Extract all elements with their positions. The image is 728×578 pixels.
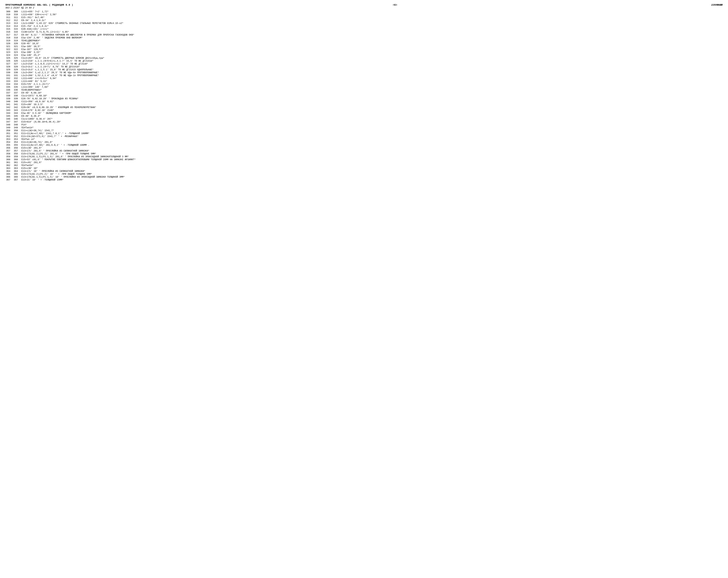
table-row: 318318E1w-134' 2,40' ' ЗАДЕЛКА ПРОЕМОВ О… — [5, 36, 723, 39]
col-text: C114=176' 0,02.10' 2140* — [21, 109, 723, 112]
col-num2: 350 — [13, 129, 21, 132]
table-row: 348348P14* — [5, 124, 723, 126]
table-row: 365365E15=173(A1.2)(P1.2)' 10' ' + -ПРИ … — [5, 173, 723, 176]
col-text: L1c2=218' c,1.0,8.(12+c+c+2)' 14,2' ТО Ж… — [21, 62, 723, 65]
col-num1: 321 — [5, 45, 13, 48]
table-row: 364364E13=17c' 10' ' ПРОСЛОЙКА ИЗ СИЛИКА… — [5, 170, 723, 173]
col-num2: 351 — [13, 132, 21, 135]
table-row: 367367E13=21' 10' ' + -ТОЛЩИНОЙ 15ММ* — [5, 179, 723, 181]
table-row: 354354E11=2(A2=38,74)' 281,6* — [5, 141, 723, 144]
table-row: 311311E15-/01/' 6c7,46* — [5, 16, 723, 19]
table-row: 340340C111=356' c0,9.10' 0,61* — [5, 100, 723, 103]
table-row: 319319П2#Б)ДВЕРНЫЕ#* — [5, 39, 723, 42]
table-row: 337337E9-49' 0,68.10* — [5, 91, 723, 95]
col-num2: 324 — [13, 54, 21, 57]
main-table: 309309L111=435' 7+2' 1,72*310310L111=436… — [5, 10, 723, 181]
col-num2: 330 — [13, 71, 21, 74]
col-num2: 355 — [13, 144, 21, 147]
col-num2: 320 — [13, 42, 21, 45]
col-num1: 325 — [5, 57, 13, 60]
table-row: 349349П2#Тип1#* — [5, 126, 723, 129]
table-row: 342342E26=38' c0,9.0,06.10.29' ' ИЗОЛЯЦИ… — [5, 106, 723, 109]
col-num2: 364 — [13, 170, 21, 173]
table-row: 316316C130=1474' 0,71.0,75.(2+1+2)' 4,95… — [5, 31, 723, 33]
col-text: E11=13c(A2=371,6)' 1541,7' ' + -МОЗАИЧНЫ… — [21, 135, 723, 138]
table-row: 322322E1w-107' 129,57* — [5, 48, 723, 51]
col-num1: 355 — [5, 144, 13, 147]
col-text: C1c2=267' 16,8' 24,9' СТОИМОСТЬ ДВЕРНЫХ … — [21, 57, 723, 60]
table-row: 336336П2#В)ВОРОТНЫЕ#* — [5, 89, 723, 91]
col-text: L111=448' 61' 5,11* — [21, 80, 723, 83]
table-row: 310310L111=436' 136+c+c+1' 2,56* — [5, 13, 723, 16]
col-num2: 312 — [13, 19, 21, 22]
table-row: 324324E1w-140' 25,2* — [5, 54, 723, 57]
col-num1: 344 — [5, 112, 13, 115]
col-num1: 361 — [5, 161, 13, 164]
col-num1: 334 — [5, 83, 13, 86]
col-text: E9-49' 0,36.4* — [21, 115, 723, 117]
col-text: E1w-46' 3.3.10' ' ОБЛИЦОВКА КАРТОНОМ* — [21, 112, 723, 115]
col-text: L111=436' 136+c+c+1' 2,56* — [21, 13, 723, 16]
col-text: C1c1=1969' 0,36.4' 287* — [21, 117, 723, 121]
col-num1: 352 — [5, 135, 13, 138]
col-text: П2#В)ВОРОТНЫЕ#* — [21, 89, 723, 91]
col-num1: 315 — [5, 28, 13, 31]
col-text: П2#Тип с#* — [21, 138, 723, 141]
col-num2: 356 — [13, 147, 21, 150]
col-num2: 314 — [13, 25, 21, 28]
col-num2: 315 — [13, 28, 21, 31]
table-row: 345345E9-49' 0,36.4* — [5, 115, 723, 117]
col-num1: 330 — [5, 71, 13, 74]
col-num1: 363 — [5, 167, 13, 170]
header-subtitle: 903-1-25287 ЯД 24 КН 2 — [5, 7, 73, 9]
col-num1: 350 — [5, 129, 13, 132]
table-row: 332332L111=446' c+c+5+5+c' 6,94* — [5, 77, 723, 80]
table-row: 330330L1c2=264' 1,u2.2,1.2' 28,3' ТО ЖЕ … — [5, 71, 723, 74]
col-text: E1w-105' 10,5* — [21, 45, 723, 48]
col-text: П2#Б)ДВЕРНЫЕ#* — [21, 39, 723, 42]
col-text: C1c2=2c3' c,1.1,5.1' 15,8' ТО ЖЕ ДГ21Х15… — [21, 68, 723, 71]
col-num2: 359 — [13, 155, 21, 158]
col-num2: 335 — [13, 86, 21, 89]
col-num2: 309 — [13, 10, 21, 13]
col-num1: 346 — [5, 117, 13, 121]
col-num2: 339 — [13, 97, 21, 100]
col-num2: 322 — [13, 48, 21, 51]
col-num1: 349 — [5, 126, 13, 129]
table-row: 339339E26-70' 0,02.10.29' ' ПРОКЛАДКА ИЗ… — [5, 97, 723, 100]
col-num2: 325 — [13, 57, 21, 60]
table-row: 325325C1c2=267' 16,8' 24,9' СТОИМОСТЬ ДВ… — [5, 57, 723, 60]
table-row: 326326L1c2=219' c,1.1.(9+5+6)+c,4.1.7' 1… — [5, 60, 723, 62]
col-text: E6-84' 0,11' ' УСТАНОВКА КАРКАЛА ИЗ ШВЕЛ… — [21, 33, 723, 36]
col-text: C1c1=1971' 0,68.10* — [21, 95, 723, 97]
table-row: 331331L1c2=266' 1,52.2,1.4' c8,6' ТО ЖЕ … — [5, 74, 723, 77]
col-num2: 329 — [13, 68, 21, 71]
table-row: 344344E1w-46' 3.3.10' ' ОБЛИЦОВКА КАРТОН… — [5, 112, 723, 115]
col-text: E1w-140' 25,2* — [21, 54, 723, 57]
col-num1: 351 — [5, 132, 13, 135]
col-num1: 358 — [5, 152, 13, 155]
table-row: 347347E15=614' (0,68.10+0,36.4).29* — [5, 121, 723, 124]
col-text: E26-70' 0,02.10.29' ' ПРОКЛАДКА ИЗ РЕЗИН… — [21, 97, 723, 100]
col-num1: 319 — [5, 39, 13, 42]
table-row: 315315E20-410(=19)' c+1+c* — [5, 28, 723, 31]
col-num1: 362 — [5, 164, 13, 167]
col-text: E13=17c' 281,6' ' ПРОСЛОЙКА ИЗ СИЛИКАТНО… — [21, 150, 723, 152]
col-text: E15=173(A1.2)(P1.2)' 10' ' + -ПРИ ОБЩЕЙ … — [21, 173, 723, 176]
col-num2: 341 — [13, 103, 21, 106]
table-row: 360360E15=53' c81,6' ' ПОКРЫТИЕ ПЛИТАМИ … — [5, 158, 723, 161]
col-text: L1c2=266' 1,52.2,1.4' c8,6' ТО ЖЕ НДи-1п… — [21, 74, 723, 77]
col-text: L111=435' 7+2' 1,72* — [21, 10, 723, 13]
col-num1: 357 — [5, 150, 13, 152]
col-text: E20-45' 16,8* — [21, 42, 723, 45]
table-row: 329329C1c2=2c3' c,1.1,5.1' 15,8' ТО ЖЕ Д… — [5, 68, 723, 71]
table-row: 312312E9-34' 2,4.1,8.2c* — [5, 19, 723, 22]
table-row: 327327L1c2=218' c,1.0,8.(12+c+c+2)' 14,2… — [5, 62, 723, 65]
col-num1: 336 — [5, 89, 13, 91]
col-num1: 329 — [5, 68, 13, 71]
table-row: 309309L111=435' 7+2' 1,72* — [5, 10, 723, 13]
col-num1: 318 — [5, 36, 13, 39]
table-row: 323323E1w-108' 3,15* — [5, 51, 723, 54]
col-text: C111=356' c0,9.10' 0,61* — [21, 100, 723, 103]
col-num1: 354 — [5, 141, 13, 144]
